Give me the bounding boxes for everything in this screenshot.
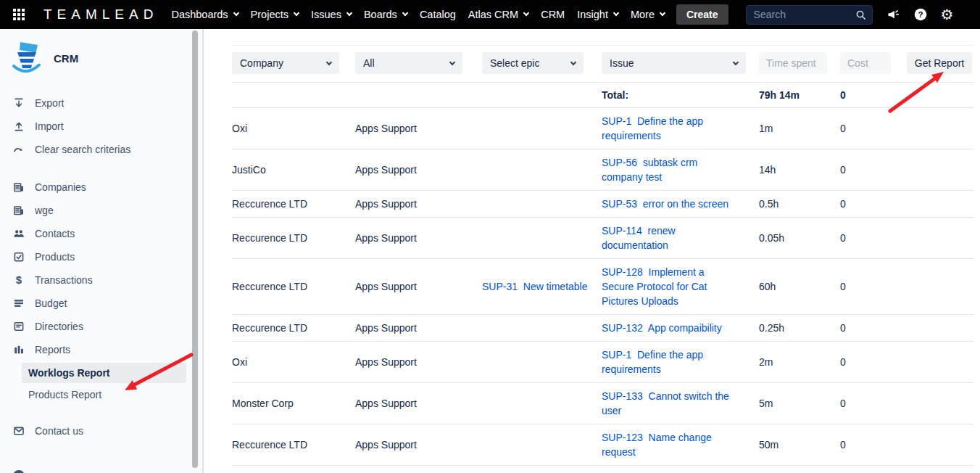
project-cell: Apps Support	[355, 279, 482, 294]
cost-cell: 0	[840, 121, 907, 136]
app-body: CRM ExportImportClear search criteriasCo…	[0, 29, 980, 473]
table-row: Reccurence LTDApps SupportSUP-114 renew …	[232, 218, 973, 259]
issue-cell: SUP-114 renew documentation	[602, 223, 759, 252]
time-spent-cell	[759, 52, 840, 74]
sidebar-item-import[interactable]: Import	[0, 115, 202, 138]
nav-item-boards[interactable]: Boards	[364, 9, 407, 20]
chevron-down-icon	[570, 59, 576, 65]
nav-item-atlas-crm[interactable]: Atlas CRM	[468, 9, 528, 20]
worklog-rows: OxiApps SupportSUP-1 Define the app requ…	[232, 108, 973, 473]
issue-cell: SUP-53 error on the screen	[602, 197, 759, 211]
company-cell: Reccurence LTD	[232, 231, 355, 245]
time-spent-cell: 1m	[759, 121, 840, 136]
budget-icon	[13, 297, 25, 309]
company-cell: Reccurence LTD	[232, 437, 355, 452]
sidebar-item-wge[interactable]: wge	[0, 199, 202, 222]
top-navbar: TEAMLEAD DashboardsProjectsIssuesBoardsC…	[0, 0, 980, 29]
project-cell: Apps Support	[355, 355, 482, 369]
export-icon	[13, 97, 25, 109]
sidebar-item-products-report[interactable]: Products Report	[22, 384, 186, 405]
nav-item-catalog[interactable]: Catalog	[420, 9, 456, 20]
cost-cell: 0	[840, 437, 907, 452]
chevron-down-icon	[613, 10, 619, 16]
sidebar-scrollbar[interactable]	[192, 30, 198, 468]
settings-icon[interactable]: ⚙	[941, 7, 954, 22]
epic-filter-select[interactable]: Select epic	[482, 52, 584, 74]
app-switcher-icon[interactable]	[13, 9, 25, 20]
issue-filter-select[interactable]: Issue	[602, 52, 746, 74]
epic-link[interactable]: SUP-31 New timetable	[482, 281, 588, 292]
issue-filter-cell: Issue	[602, 52, 759, 74]
nav-item-projects[interactable]: Projects	[251, 9, 299, 20]
nav-item-dashboards[interactable]: Dashboards	[171, 9, 238, 20]
project-cell: Apps Support	[355, 121, 482, 136]
table-row: Reccurence LTDApps SupportSUP-132 App co…	[232, 466, 973, 473]
issue-link[interactable]: SUP-133 Cannot switch the user	[602, 390, 729, 416]
company-cell: Reccurence LTD	[232, 321, 355, 335]
project-cell: Apps Support	[355, 437, 482, 452]
nav-item-label: Dashboards	[171, 9, 228, 20]
cost-cell	[840, 52, 907, 74]
sidebar-item-reports[interactable]: Reports	[0, 338, 202, 361]
sidebar-item-contact-us[interactable]: Contact us	[0, 419, 202, 443]
issue-cell: SUP-133 Cannot switch the user	[602, 389, 759, 418]
sidebar-item-export[interactable]: Export	[0, 91, 202, 115]
create-button[interactable]: Create	[676, 4, 728, 25]
search-icon[interactable]	[855, 9, 866, 20]
sidebar-item-label: Worklogs Report	[28, 367, 110, 379]
sidebar-item-budget[interactable]: Budget	[0, 292, 202, 315]
issue-link[interactable]: SUP-56 subtask crm company test	[602, 157, 697, 183]
issue-cell: SUP-132 App compaibility	[602, 321, 759, 335]
issue-link[interactable]: SUP-1 Define the app requirements	[602, 115, 703, 141]
nav-item-insight[interactable]: Insight	[577, 9, 618, 20]
sidebar-item-label: Products	[35, 251, 75, 263]
nav-item-issues[interactable]: Issues	[311, 9, 352, 20]
help-icon[interactable]: ?	[914, 8, 927, 21]
time-spent-cell: 0.5h	[759, 197, 840, 211]
brand-logo[interactable]: TEAMLEAD	[43, 7, 158, 22]
project-filter-select[interactable]: All	[355, 52, 462, 74]
chevron-down-icon	[402, 10, 408, 16]
nav-item-more[interactable]: More	[631, 9, 665, 20]
sidebar-item-clear-search-criterias[interactable]: Clear search criterias	[0, 138, 202, 161]
issue-link[interactable]: SUP-53 error on the screen	[602, 198, 728, 210]
sidebar-item-companies[interactable]: Companies	[0, 176, 202, 199]
time-spent-input[interactable]	[759, 52, 827, 74]
chevron-down-icon	[326, 59, 332, 65]
svg-text:?: ?	[918, 10, 923, 19]
svg-text:$: $	[16, 274, 22, 286]
sidebar-item-transactions[interactable]: $Transactions	[0, 268, 202, 292]
time-spent-cell: 0.05h	[759, 231, 840, 245]
cost-cell: 0	[840, 231, 907, 245]
main-content: Company All Select epic	[204, 29, 980, 473]
get-report-button[interactable]: Get Report	[907, 52, 972, 74]
cost-input[interactable]	[840, 52, 891, 74]
nav-item-crm[interactable]: CRM	[541, 9, 565, 20]
time-spent-cell: 0.25h	[759, 321, 840, 335]
issue-link[interactable]: SUP-1 Define the app requirements	[602, 349, 703, 375]
issue-link[interactable]: SUP-123 Name change request	[602, 432, 712, 458]
issue-link[interactable]: SUP-132 App compaibility	[602, 322, 722, 334]
nav-item-label: More	[631, 9, 655, 20]
total-row: Total: 79h 14m 0	[232, 83, 973, 108]
issue-cell: SUP-128 Implement a Secure Protocol for …	[602, 265, 759, 308]
mail-icon	[13, 425, 25, 437]
sidebar-item-label: wge	[35, 205, 54, 216]
issue-link[interactable]: SUP-114 renew documentation	[602, 225, 676, 251]
search-input[interactable]	[754, 9, 855, 20]
table-row: OxiApps SupportSUP-1 Define the app requ…	[232, 342, 973, 383]
sidebar-item-products[interactable]: Products	[0, 245, 202, 268]
sidebar-item-contacts[interactable]: Contacts	[0, 222, 202, 245]
table-row: Reccurence LTDApps SupportSUP-123 Name c…	[232, 424, 973, 466]
issue-link[interactable]: SUP-128 Implement a Secure Protocol for …	[602, 266, 707, 307]
chevron-down-icon	[733, 59, 739, 65]
announcement-icon[interactable]	[886, 8, 900, 21]
sidebar-item-worklogs-report[interactable]: Worklogs Report	[22, 363, 186, 383]
transactions-icon: $	[13, 274, 25, 286]
company-filter-select[interactable]: Company	[232, 52, 339, 74]
company-cell: Monster Corp	[232, 396, 355, 411]
project-filter-cell: All	[355, 52, 482, 74]
sidebar-item-label: Directories	[35, 321, 83, 332]
sidebar-item-directories[interactable]: Directories	[0, 315, 202, 338]
company-icon	[13, 205, 25, 216]
